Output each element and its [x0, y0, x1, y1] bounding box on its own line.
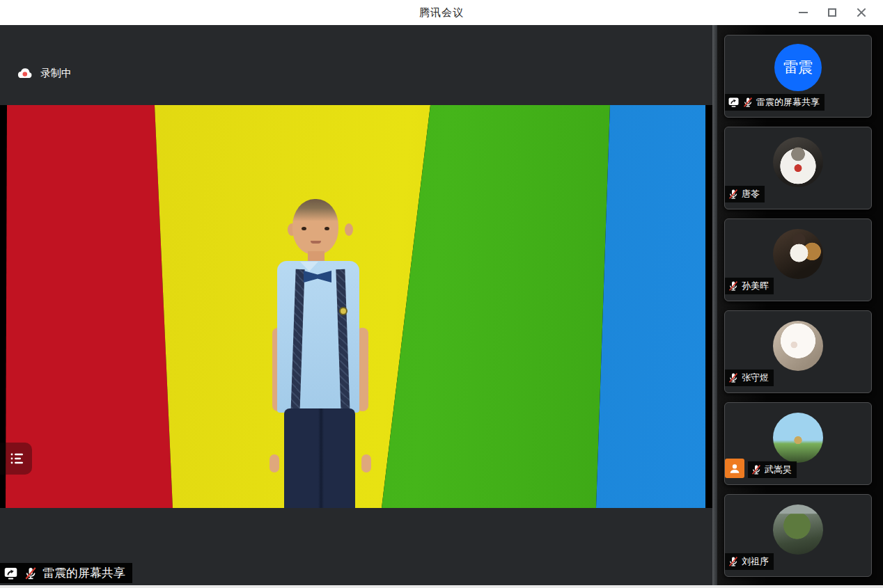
- mic-muted-icon: [728, 372, 739, 383]
- share-banner-label: 雷震的屏幕共享: [42, 565, 125, 581]
- avatar: [773, 229, 823, 279]
- minimize-icon: [799, 12, 808, 13]
- mic-muted-icon: [728, 189, 739, 200]
- participant-sidebar: 雷震 雷震的屏幕共享: [717, 25, 883, 585]
- list-icon: [10, 451, 25, 466]
- close-icon: [857, 8, 866, 17]
- shared-screen-stage: 录制中: [0, 25, 712, 585]
- avatar: [773, 137, 823, 187]
- participant-name: 刘祖序: [742, 555, 769, 568]
- stage-sidebar-divider[interactable]: [712, 25, 717, 585]
- participant-name: 武嵩昊: [765, 463, 792, 476]
- tencent-meeting-window: 腾讯会议 录制中: [0, 0, 883, 588]
- participant-name: 唐苓: [742, 188, 760, 200]
- mic-muted-icon: [751, 464, 762, 475]
- participant-label: 唐苓: [725, 186, 765, 202]
- shared-photo-child: [268, 196, 373, 508]
- window-bottom-edge: [0, 585, 883, 588]
- avatar: [773, 413, 823, 463]
- recording-indicator: 录制中: [17, 67, 72, 80]
- participant-tile-leizhen[interactable]: 雷震 雷震的屏幕共享: [724, 35, 872, 118]
- avatar: [773, 504, 823, 555]
- participant-tile-wusonghao[interactable]: 武嵩昊: [724, 402, 872, 485]
- screen-share-icon: [728, 97, 740, 108]
- avatar: [773, 321, 823, 371]
- shared-screen-content: [0, 105, 712, 508]
- window-controls: [788, 0, 876, 25]
- window-title: 腾讯会议: [419, 6, 464, 19]
- cloud-recording-icon: [17, 67, 33, 79]
- avatar-initials: 雷震: [783, 58, 813, 77]
- mic-muted-icon: [728, 556, 739, 567]
- participant-label: 孙美晖: [725, 278, 774, 294]
- mic-muted-icon: [728, 280, 739, 292]
- participant-tile-zhangshouyu[interactable]: 张守煜: [724, 310, 872, 393]
- participant-role-badge-icon: [725, 459, 744, 478]
- titlebar: 腾讯会议: [0, 0, 883, 25]
- participant-tile-tangling[interactable]: 唐苓: [724, 127, 872, 209]
- recording-label: 录制中: [40, 67, 72, 80]
- maximize-icon: [828, 8, 836, 17]
- mic-muted-icon: [24, 566, 38, 580]
- participant-tile-liuzuxu[interactable]: 刘祖序: [724, 494, 872, 577]
- close-button[interactable]: [847, 0, 876, 25]
- participant-label: 刘祖序: [725, 553, 774, 570]
- minimize-button[interactable]: [788, 0, 818, 25]
- avatar: 雷震: [774, 44, 822, 91]
- participant-name: 雷震的屏幕共享: [756, 96, 820, 109]
- mic-muted-icon: [742, 97, 753, 108]
- participant-list-toggle-button[interactable]: [0, 443, 32, 475]
- participant-tile-sunmeihui[interactable]: 孙美晖: [724, 218, 872, 301]
- participant-name: 张守煜: [742, 372, 769, 384]
- maximize-button[interactable]: [818, 0, 847, 25]
- participant-label: 张守煜: [725, 370, 774, 386]
- participant-label: 雷震的屏幕共享: [725, 94, 825, 111]
- participant-name: 孙美晖: [742, 280, 769, 292]
- participant-label: 武嵩昊: [748, 461, 797, 478]
- screen-share-icon: [3, 566, 18, 580]
- screen-share-banner: 雷震的屏幕共享: [0, 563, 132, 583]
